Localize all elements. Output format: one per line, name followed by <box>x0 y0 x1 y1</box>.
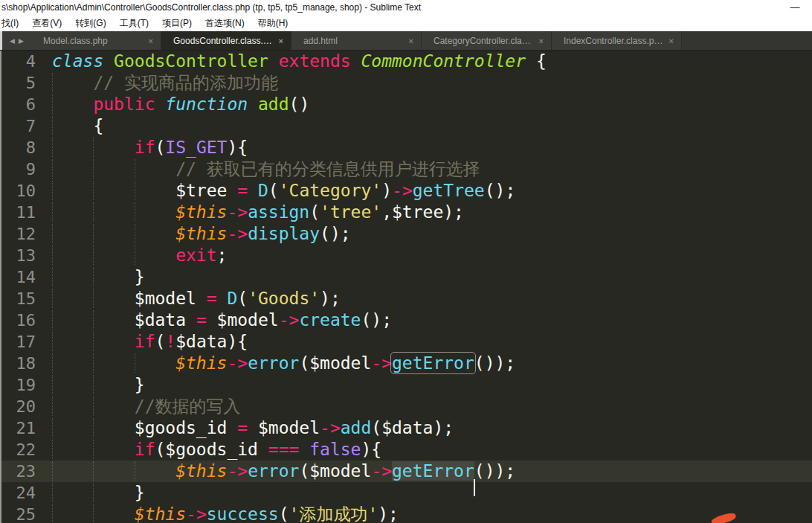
line-number: 20 <box>0 396 52 417</box>
line-number: 19 <box>0 374 52 396</box>
tab-add.html[interactable]: add.html× <box>291 31 422 50</box>
tab-scroll-right-icon[interactable]: ▶ <box>19 37 24 45</box>
code-line-25: 25 $this->success('添加成功'); <box>0 504 812 523</box>
code-text[interactable]: class GoodsController extends CommonCont… <box>52 51 547 72</box>
line-number: 17 <box>0 331 52 353</box>
code-line-10: 10 $tree = D('Category')->getTree(); <box>0 180 812 202</box>
code-line-24: 24 } <box>0 482 812 504</box>
minimize-icon[interactable]: — <box>787 0 803 14</box>
code-text[interactable]: if($goods_id === false){ <box>52 439 381 461</box>
tab-label: CategoryController.class.php <box>434 36 533 46</box>
line-number: 10 <box>0 180 52 202</box>
tab-scroll-left-icon[interactable]: ◀ <box>10 37 15 45</box>
tab-GoodsController.class.php[interactable]: GoodsController.class.php× <box>161 31 291 50</box>
code-text[interactable]: $this->assign('tree',$tree); <box>52 202 464 223</box>
code-text[interactable]: } <box>52 482 145 504</box>
line-number: 18 <box>0 353 52 374</box>
line-number: 11 <box>0 202 52 223</box>
code-text[interactable]: $this->error($model->getError()); <box>52 353 515 374</box>
menu-item-2[interactable]: 查看(V) <box>25 16 68 31</box>
code-text[interactable]: // 实现商品的添加功能 <box>52 72 278 94</box>
code-text[interactable]: { <box>52 115 103 137</box>
code-editor[interactable]: 4class GoodsController extends CommonCon… <box>0 51 812 523</box>
line-number: 7 <box>0 115 52 137</box>
code-line-12: 12 $this->display(); <box>0 223 812 245</box>
tab-label: GoodsController.class.php <box>173 36 273 46</box>
code-line-18: 18 $this->error($model->getError()); <box>0 353 812 374</box>
code-line-4: 4class GoodsController extends CommonCon… <box>0 51 812 72</box>
tab-IndexController.class.php[interactable]: IndexController.class.php× <box>552 31 682 50</box>
title-bar: s\shop\Application\Admin\Controller\Good… <box>0 0 812 16</box>
code-text[interactable]: exit; <box>52 245 227 266</box>
tab-label: add.html <box>303 36 338 46</box>
window-left-edge-lower <box>0 51 1 523</box>
tab-close-icon[interactable]: × <box>279 36 283 45</box>
window-title: s\shop\Application\Admin\Controller\Good… <box>0 2 421 13</box>
line-number: 13 <box>0 245 52 266</box>
line-number: 4 <box>0 51 52 72</box>
code-line-21: 21 $goods_id = $model->add($data); <box>0 417 812 439</box>
line-number: 22 <box>0 439 52 461</box>
line-number: 14 <box>0 266 52 288</box>
code-text[interactable]: // 获取已有的分类信息供用户进行选择 <box>52 158 480 180</box>
code-text[interactable]: $this->display(); <box>52 223 351 245</box>
code-text[interactable]: $goods_id = $model->add($data); <box>52 417 454 439</box>
code-line-23: 23 $this->error($model->getError()); <box>0 461 812 482</box>
line-number: 24 <box>0 482 52 504</box>
line-number: 23 <box>0 461 52 482</box>
line-number: 21 <box>0 417 52 439</box>
menu-item-1[interactable]: 找(I) <box>0 16 25 31</box>
menu-item-4[interactable]: 工具(T) <box>113 16 155 31</box>
line-number: 9 <box>0 158 52 180</box>
line-number: 16 <box>0 309 52 331</box>
code-text[interactable]: if(IS_GET){ <box>52 137 248 158</box>
code-line-20: 20 //数据的写入 <box>0 396 812 417</box>
code-text[interactable]: //数据的写入 <box>52 396 240 417</box>
tab-close-icon[interactable]: × <box>669 36 674 45</box>
code-line-16: 16 $data = $model->create(); <box>0 309 812 331</box>
tab-close-icon[interactable]: × <box>539 36 544 45</box>
tab-scroll-controls: ◀ ▶ <box>2 31 31 50</box>
code-line-7: 7 { <box>0 115 812 137</box>
code-text[interactable]: $tree = D('Category')->getTree(); <box>52 180 515 202</box>
code-line-9: 9 // 获取已有的分类信息供用户进行选择 <box>0 158 812 180</box>
menu-bar: 找(I)查看(V)转到(G)工具(T)项目(P)首选项(N)帮助(H) <box>0 16 812 31</box>
code-line-5: 5 // 实现商品的添加功能 <box>0 72 812 94</box>
code-text[interactable]: if(!$data){ <box>52 331 248 353</box>
tab-close-icon[interactable]: × <box>149 36 153 45</box>
line-number: 6 <box>0 94 52 115</box>
code-line-6: 6 public function add() <box>0 94 812 115</box>
code-line-8: 8 if(IS_GET){ <box>0 137 812 158</box>
code-text[interactable]: } <box>52 266 145 288</box>
code-text[interactable]: $this->success('添加成功'); <box>52 504 399 523</box>
tab-list: Model.class.php×GoodsController.class.ph… <box>31 31 682 50</box>
code-text[interactable]: $this->error($model->getError()); <box>52 461 515 482</box>
code-text[interactable]: $data = $model->create(); <box>52 309 392 331</box>
tab-bar: ◀ ▶ Model.class.php×GoodsController.clas… <box>0 31 812 51</box>
line-number: 5 <box>0 72 52 94</box>
menu-item-3[interactable]: 转到(G) <box>68 16 112 31</box>
tab-close-icon[interactable]: × <box>409 36 413 45</box>
line-number: 12 <box>0 223 52 245</box>
tab-Model.class.php[interactable]: Model.class.php× <box>31 31 161 50</box>
code-line-14: 14 } <box>0 266 812 288</box>
menu-item-6[interactable]: 首选项(N) <box>199 16 251 31</box>
tab-label: IndexController.class.php <box>564 36 663 46</box>
code-line-11: 11 $this->assign('tree',$tree); <box>0 202 812 223</box>
code-text[interactable]: $model = D('Goods'); <box>52 288 341 309</box>
line-number: 25 <box>0 504 52 523</box>
code-line-17: 17 if(!$data){ <box>0 331 812 353</box>
menu-item-7[interactable]: 帮助(H) <box>251 16 295 31</box>
code-line-13: 13 exit; <box>0 245 812 266</box>
menu-item-5[interactable]: 项目(P) <box>155 16 199 31</box>
line-number: 15 <box>0 288 52 309</box>
tab-CategoryController.class.php[interactable]: CategoryController.class.php× <box>422 31 552 50</box>
code-line-19: 19 } <box>0 374 812 396</box>
code-text[interactable]: } <box>52 374 145 396</box>
code-line-22: 22 if($goods_id === false){ <box>0 439 812 461</box>
line-number: 8 <box>0 137 52 158</box>
tab-label: Model.class.php <box>43 36 108 46</box>
code-text[interactable]: public function add() <box>52 94 309 115</box>
code-line-15: 15 $model = D('Goods'); <box>0 288 812 309</box>
